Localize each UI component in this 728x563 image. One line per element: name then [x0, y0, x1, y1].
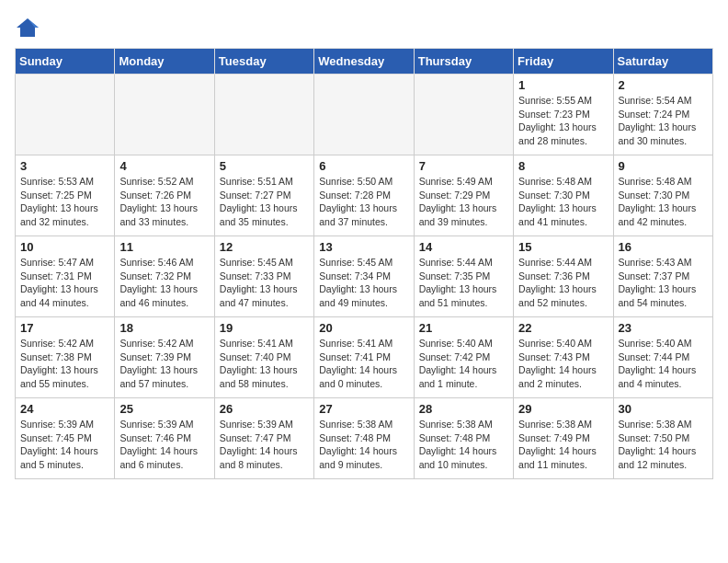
day-detail: Sunrise: 5:41 AM Sunset: 7:40 PM Dayligh… [220, 337, 309, 391]
logo-icon [15, 15, 40, 40]
day-detail: Sunrise: 5:49 AM Sunset: 7:29 PM Dayligh… [419, 175, 508, 229]
day-detail: Sunrise: 5:47 AM Sunset: 7:31 PM Dayligh… [20, 256, 109, 310]
day-detail: Sunrise: 5:38 AM Sunset: 7:48 PM Dayligh… [419, 418, 508, 472]
day-number: 29 [518, 402, 608, 416]
calendar-cell: 23Sunrise: 5:40 AM Sunset: 7:44 PM Dayli… [613, 317, 712, 398]
calendar-cell: 27Sunrise: 5:38 AM Sunset: 7:48 PM Dayli… [314, 398, 414, 479]
day-number: 13 [319, 240, 408, 254]
calendar-cell: 5Sunrise: 5:51 AM Sunset: 7:27 PM Daylig… [214, 155, 313, 236]
day-detail: Sunrise: 5:48 AM Sunset: 7:30 PM Dayligh… [619, 175, 708, 229]
calendar-cell: 13Sunrise: 5:45 AM Sunset: 7:34 PM Dayli… [314, 236, 414, 317]
day-number: 24 [20, 402, 109, 416]
day-header-saturday: Saturday [613, 49, 712, 75]
day-number: 10 [20, 240, 109, 254]
day-number: 9 [619, 159, 708, 173]
day-detail: Sunrise: 5:43 AM Sunset: 7:37 PM Dayligh… [619, 256, 708, 310]
calendar-cell: 25Sunrise: 5:39 AM Sunset: 7:46 PM Dayli… [115, 398, 214, 479]
day-detail: Sunrise: 5:41 AM Sunset: 7:41 PM Dayligh… [319, 337, 408, 391]
day-detail: Sunrise: 5:42 AM Sunset: 7:39 PM Dayligh… [119, 337, 209, 391]
day-detail: Sunrise: 5:53 AM Sunset: 7:25 PM Dayligh… [20, 175, 109, 229]
calendar-cell: 2Sunrise: 5:54 AM Sunset: 7:24 PM Daylig… [613, 75, 712, 155]
day-detail: Sunrise: 5:50 AM Sunset: 7:28 PM Dayligh… [319, 175, 408, 229]
day-header-monday: Monday [115, 49, 214, 75]
day-header-thursday: Thursday [414, 49, 513, 75]
day-detail: Sunrise: 5:39 AM Sunset: 7:46 PM Dayligh… [119, 418, 209, 472]
day-number: 6 [319, 159, 408, 173]
day-detail: Sunrise: 5:42 AM Sunset: 7:38 PM Dayligh… [20, 337, 109, 391]
day-detail: Sunrise: 5:39 AM Sunset: 7:45 PM Dayligh… [20, 418, 109, 472]
calendar-cell: 18Sunrise: 5:42 AM Sunset: 7:39 PM Dayli… [115, 317, 214, 398]
logo [15, 15, 44, 40]
day-detail: Sunrise: 5:38 AM Sunset: 7:48 PM Dayligh… [319, 418, 408, 472]
calendar-cell: 11Sunrise: 5:46 AM Sunset: 7:32 PM Dayli… [115, 236, 214, 317]
calendar-cell [115, 75, 214, 155]
calendar-cell: 10Sunrise: 5:47 AM Sunset: 7:31 PM Dayli… [16, 236, 115, 317]
calendar-cell: 17Sunrise: 5:42 AM Sunset: 7:38 PM Dayli… [16, 317, 115, 398]
calendar-cell: 8Sunrise: 5:48 AM Sunset: 7:30 PM Daylig… [514, 155, 613, 236]
week-row-5: 24Sunrise: 5:39 AM Sunset: 7:45 PM Dayli… [16, 398, 713, 479]
day-number: 11 [119, 240, 209, 254]
day-number: 28 [419, 402, 508, 416]
calendar-cell: 16Sunrise: 5:43 AM Sunset: 7:37 PM Dayli… [613, 236, 712, 317]
calendar-cell [214, 75, 313, 155]
calendar-cell: 19Sunrise: 5:41 AM Sunset: 7:40 PM Dayli… [214, 317, 313, 398]
day-detail: Sunrise: 5:54 AM Sunset: 7:24 PM Dayligh… [619, 94, 708, 148]
day-detail: Sunrise: 5:38 AM Sunset: 7:50 PM Dayligh… [619, 418, 708, 472]
calendar-cell: 4Sunrise: 5:52 AM Sunset: 7:26 PM Daylig… [115, 155, 214, 236]
calendar-cell: 14Sunrise: 5:44 AM Sunset: 7:35 PM Dayli… [414, 236, 513, 317]
calendar-cell: 7Sunrise: 5:49 AM Sunset: 7:29 PM Daylig… [414, 155, 513, 236]
calendar-cell: 12Sunrise: 5:45 AM Sunset: 7:33 PM Dayli… [214, 236, 313, 317]
calendar-cell [16, 75, 115, 155]
day-detail: Sunrise: 5:45 AM Sunset: 7:33 PM Dayligh… [220, 256, 309, 310]
calendar-cell: 6Sunrise: 5:50 AM Sunset: 7:28 PM Daylig… [314, 155, 414, 236]
day-number: 23 [619, 321, 708, 335]
day-number: 8 [518, 159, 608, 173]
day-number: 3 [20, 159, 109, 173]
day-number: 4 [119, 159, 209, 173]
calendar-cell: 3Sunrise: 5:53 AM Sunset: 7:25 PM Daylig… [16, 155, 115, 236]
calendar-cell [414, 75, 513, 155]
calendar-cell: 21Sunrise: 5:40 AM Sunset: 7:42 PM Dayli… [414, 317, 513, 398]
day-number: 12 [220, 240, 309, 254]
day-number: 5 [220, 159, 309, 173]
day-number: 7 [419, 159, 508, 173]
day-detail: Sunrise: 5:45 AM Sunset: 7:34 PM Dayligh… [319, 256, 408, 310]
week-row-4: 17Sunrise: 5:42 AM Sunset: 7:38 PM Dayli… [16, 317, 713, 398]
day-detail: Sunrise: 5:52 AM Sunset: 7:26 PM Dayligh… [119, 175, 209, 229]
calendar-cell: 15Sunrise: 5:44 AM Sunset: 7:36 PM Dayli… [514, 236, 613, 317]
day-number: 21 [419, 321, 508, 335]
day-detail: Sunrise: 5:40 AM Sunset: 7:42 PM Dayligh… [419, 337, 508, 391]
day-detail: Sunrise: 5:39 AM Sunset: 7:47 PM Dayligh… [220, 418, 309, 472]
day-number: 19 [220, 321, 309, 335]
day-header-tuesday: Tuesday [214, 49, 313, 75]
day-number: 1 [518, 78, 608, 92]
day-header-wednesday: Wednesday [314, 49, 414, 75]
day-number: 20 [319, 321, 408, 335]
day-number: 27 [319, 402, 408, 416]
week-row-3: 10Sunrise: 5:47 AM Sunset: 7:31 PM Dayli… [16, 236, 713, 317]
day-number: 25 [119, 402, 209, 416]
calendar-cell: 28Sunrise: 5:38 AM Sunset: 7:48 PM Dayli… [414, 398, 513, 479]
day-detail: Sunrise: 5:46 AM Sunset: 7:32 PM Dayligh… [119, 256, 209, 310]
day-number: 26 [220, 402, 309, 416]
day-detail: Sunrise: 5:38 AM Sunset: 7:49 PM Dayligh… [518, 418, 608, 472]
calendar-cell: 20Sunrise: 5:41 AM Sunset: 7:41 PM Dayli… [314, 317, 414, 398]
day-number: 16 [619, 240, 708, 254]
calendar-cell: 30Sunrise: 5:38 AM Sunset: 7:50 PM Dayli… [613, 398, 712, 479]
day-detail: Sunrise: 5:48 AM Sunset: 7:30 PM Dayligh… [518, 175, 608, 229]
calendar-cell: 29Sunrise: 5:38 AM Sunset: 7:49 PM Dayli… [514, 398, 613, 479]
day-number: 22 [518, 321, 608, 335]
day-number: 14 [419, 240, 508, 254]
calendar-cell: 1Sunrise: 5:55 AM Sunset: 7:23 PM Daylig… [514, 75, 613, 155]
day-number: 2 [619, 78, 708, 92]
day-number: 15 [518, 240, 608, 254]
day-detail: Sunrise: 5:44 AM Sunset: 7:36 PM Dayligh… [518, 256, 608, 310]
day-number: 30 [619, 402, 708, 416]
day-detail: Sunrise: 5:40 AM Sunset: 7:43 PM Dayligh… [518, 337, 608, 391]
calendar-table: SundayMondayTuesdayWednesdayThursdayFrid… [15, 48, 713, 479]
day-header-friday: Friday [514, 49, 613, 75]
day-header-sunday: Sunday [16, 49, 115, 75]
calendar-cell: 26Sunrise: 5:39 AM Sunset: 7:47 PM Dayli… [214, 398, 313, 479]
day-number: 18 [119, 321, 209, 335]
calendar-cell [314, 75, 414, 155]
